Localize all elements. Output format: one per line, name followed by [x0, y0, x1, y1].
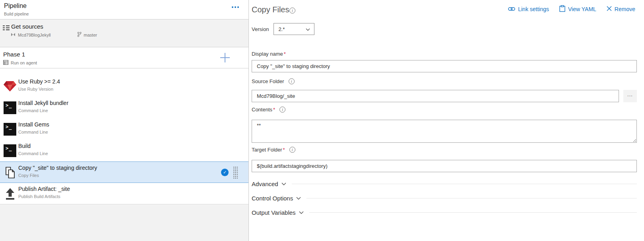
more-options-icon[interactable]: [232, 6, 239, 8]
task-title: Build: [18, 143, 31, 149]
chevron-down-icon: [296, 197, 301, 200]
repo-icon: [11, 32, 16, 38]
drag-handle[interactable]: [233, 166, 238, 179]
source-folder-label: Source Folder: [252, 78, 284, 84]
task-subtitle: Copy Files: [18, 173, 39, 178]
task-row-publish-artifact[interactable]: Publish Artifact: _site Publish Build Ar…: [0, 183, 248, 204]
link-settings-label: Link settings: [518, 6, 549, 12]
target-folder-input[interactable]: [252, 160, 637, 172]
publish-artifact-icon: [3, 187, 17, 200]
info-icon[interactable]: i: [279, 107, 285, 113]
agent-icon: [3, 60, 8, 66]
version-label: Version: [252, 26, 269, 32]
remove-button[interactable]: Remove: [607, 5, 635, 13]
task-title: Install Gems: [18, 121, 49, 128]
branch-icon: [77, 32, 81, 38]
section-output-variables[interactable]: Output Variables: [252, 209, 637, 216]
task-title: Publish Artifact: _site: [18, 186, 70, 192]
section-divider: [292, 184, 637, 184]
ruby-icon: [3, 80, 17, 93]
close-icon: [607, 6, 612, 12]
copy-files-icon: [3, 166, 17, 179]
info-icon[interactable]: i: [289, 147, 295, 153]
display-name-input[interactable]: [252, 60, 637, 72]
phase-subtitle: Run on agent: [11, 60, 37, 65]
contents-textarea[interactable]: **: [252, 120, 637, 143]
chevron-down-icon: [306, 28, 310, 31]
repo-name: Mcd79BlogJekyll: [18, 33, 51, 37]
terminal-icon: >_: [3, 144, 17, 157]
link-icon: [508, 6, 515, 12]
section-advanced[interactable]: Advanced: [252, 181, 637, 187]
section-control-options[interactable]: Control Options: [252, 195, 637, 202]
task-row-build[interactable]: >_ Build Command Line: [0, 140, 248, 161]
selected-check-icon: ✓: [221, 169, 229, 176]
task-subtitle: Command Line: [18, 130, 48, 134]
info-icon[interactable]: i: [289, 78, 295, 84]
task-subtitle: Publish Build Artifacts: [18, 194, 60, 199]
yaml-document-icon: [559, 5, 565, 13]
section-divider: [306, 198, 637, 198]
version-value: 2.*: [278, 26, 285, 32]
task-row-install-gems[interactable]: >_ Install Gems Command Line: [0, 119, 248, 140]
task-list: Use Ruby >= 2.4 Use Ruby Version >_ Inst…: [0, 76, 248, 204]
page-title: Copy Files: [252, 5, 289, 14]
task-title: Use Ruby >= 2.4: [18, 78, 60, 85]
task-subtitle: Use Ruby Version: [18, 87, 53, 91]
pipeline-subtitle: Build pipeline: [4, 12, 29, 16]
task-title: Install Jekyll bundler: [18, 100, 68, 106]
section-divider: [309, 212, 637, 213]
task-row-use-ruby[interactable]: Use Ruby >= 2.4 Use Ruby Version: [0, 76, 248, 97]
task-title: Copy "_site" to staging directory: [18, 165, 97, 171]
required-asterisk: *: [284, 51, 286, 57]
panel-actions: Link settings View YAML Remove: [508, 5, 635, 13]
pipeline-title: Pipeline: [4, 2, 27, 10]
terminal-icon: >_: [3, 101, 17, 114]
browse-source-folder-button[interactable]: ...: [623, 90, 637, 102]
info-icon[interactable]: i: [289, 8, 295, 14]
display-name-label: Display name*: [252, 51, 286, 57]
remove-label: Remove: [615, 6, 635, 12]
task-subtitle: Command Line: [18, 151, 48, 156]
add-task-button[interactable]: [219, 51, 231, 64]
get-sources-title: Get sources: [11, 23, 43, 30]
branch-name: master: [84, 33, 97, 37]
phase-title: Phase 1: [3, 51, 25, 58]
required-asterisk: *: [273, 107, 275, 113]
source-folder-input[interactable]: [252, 90, 619, 102]
chevron-down-icon: [299, 211, 304, 214]
task-row-install-jekyll-bundler[interactable]: >_ Install Jekyll bundler Command Line: [0, 97, 248, 119]
required-asterisk: *: [283, 147, 285, 153]
view-yaml-button[interactable]: View YAML: [559, 5, 596, 13]
chevron-down-icon: [281, 183, 286, 186]
get-sources-item[interactable]: Get sources Mcd79BlogJekyll master: [0, 19, 248, 47]
target-folder-label: Target Folder*: [252, 147, 285, 153]
pipeline-panel: Pipeline Build pipeline Get sources Mcd7…: [0, 0, 249, 241]
terminal-icon: >_: [3, 123, 17, 136]
view-yaml-label: View YAML: [568, 6, 596, 12]
contents-label: Contents*: [252, 107, 275, 113]
version-dropdown[interactable]: 2.*: [274, 23, 314, 35]
task-row-copy-files-selected[interactable]: Copy "_site" to staging directory Copy F…: [0, 161, 248, 183]
link-settings-button[interactable]: Link settings: [508, 5, 549, 13]
sources-icon: [3, 25, 10, 33]
task-list-footer: [0, 204, 248, 241]
task-subtitle: Command Line: [18, 108, 48, 113]
phase-header[interactable]: Phase 1 Run on agent: [0, 47, 248, 68]
